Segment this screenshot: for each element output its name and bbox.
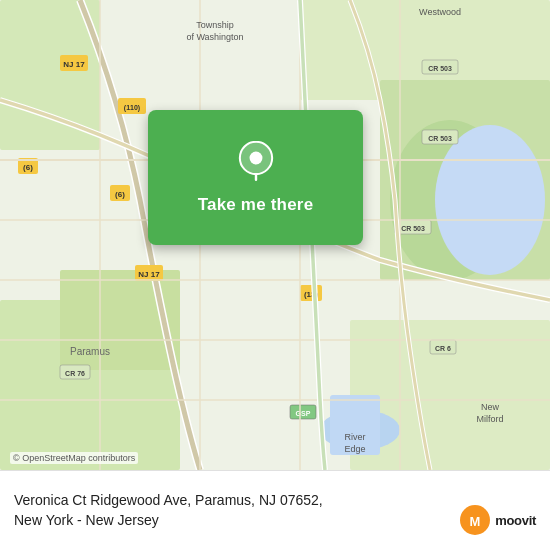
svg-text:CR 503: CR 503	[401, 225, 425, 232]
location-pin-icon	[235, 141, 277, 183]
map-attribution: © OpenStreetMap contributors	[10, 452, 138, 464]
svg-text:Milford: Milford	[476, 414, 503, 424]
bottom-bar: Veronica Ct Ridgewood Ave, Paramus, NJ 0…	[0, 470, 550, 550]
address-block: Veronica Ct Ridgewood Ave, Paramus, NJ 0…	[14, 491, 536, 530]
svg-text:NJ 17: NJ 17	[138, 270, 160, 279]
svg-text:Westwood: Westwood	[419, 7, 461, 17]
svg-text:New: New	[481, 402, 500, 412]
svg-text:Paramus: Paramus	[70, 346, 110, 357]
navigation-card[interactable]: Take me there	[148, 110, 363, 245]
svg-point-53	[249, 151, 262, 164]
moovit-label: moovit	[495, 513, 536, 528]
svg-text:CR 76: CR 76	[65, 370, 85, 377]
svg-text:Edge: Edge	[344, 444, 365, 454]
svg-text:CR 6: CR 6	[435, 345, 451, 352]
svg-point-10	[435, 125, 545, 275]
address-line-1: Veronica Ct Ridgewood Ave, Paramus, NJ 0…	[14, 491, 536, 511]
moovit-icon: M	[459, 504, 491, 536]
svg-text:CR 503: CR 503	[428, 135, 452, 142]
svg-text:River: River	[344, 432, 365, 442]
svg-text:M: M	[470, 514, 481, 529]
svg-text:NJ 17: NJ 17	[63, 60, 85, 69]
address-line-2: New York - New Jersey	[14, 511, 536, 531]
take-me-there-button[interactable]: Take me there	[198, 195, 314, 215]
moovit-logo: M moovit	[459, 504, 536, 536]
svg-text:of Washington: of Washington	[186, 32, 243, 42]
svg-text:(110): (110)	[124, 104, 140, 112]
svg-text:Township: Township	[196, 20, 234, 30]
svg-text:(6): (6)	[23, 163, 33, 172]
svg-text:CR 503: CR 503	[428, 65, 452, 72]
svg-text:GSP: GSP	[296, 410, 311, 417]
svg-text:(6): (6)	[115, 190, 125, 199]
map-container: NJ 17 NJ 17 (110) (6) (6) (13) CR 503 CR…	[0, 0, 550, 470]
